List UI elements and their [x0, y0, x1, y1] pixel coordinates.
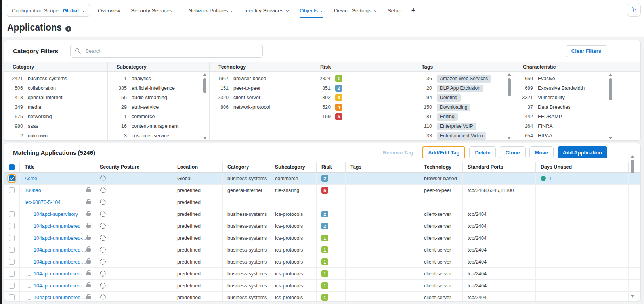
filter-item-artificial-intelligence[interactable]: 385artificial-intelligence — [108, 83, 209, 93]
filter-item-editing[interactable]: 81Editing — [413, 112, 514, 121]
filter-item-audio-streaming[interactable]: 55audio-streaming — [108, 93, 209, 102]
filter-scrollbar-characteristic-down-arrow[interactable] — [608, 137, 612, 139]
column-header-category[interactable]: Category — [223, 162, 270, 172]
filter-item-analytics[interactable]: 1analytics — [108, 74, 209, 83]
filter-item-entertainment-video[interactable]: 33Entertainment Video — [413, 131, 514, 140]
filter-item-media[interactable]: 349media — [4, 102, 107, 112]
column-header-subcategory[interactable]: Subcategory — [270, 162, 317, 172]
column-header-security-posture[interactable]: Security Posture — [95, 162, 172, 172]
column-header-tags[interactable]: Tags — [346, 162, 419, 172]
row-checkbox[interactable] — [9, 175, 15, 181]
table-row-104apci-unnumbered[interactable]: 104apci-unnumbered-...predefinedbusiness… — [4, 292, 640, 301]
select-all-checkbox[interactable] — [9, 164, 15, 170]
filter-item-content-management[interactable]: 16content-management — [108, 121, 209, 131]
filter-item-networking[interactable]: 575networking — [4, 112, 107, 121]
filter-item-business-systems[interactable]: 2421business-systems — [4, 74, 107, 83]
table-scrollbar-down-arrow[interactable] — [631, 295, 634, 298]
column-header-standard-ports[interactable]: Standard Ports — [463, 162, 536, 172]
row-checkbox[interactable] — [9, 283, 15, 289]
filter-scrollbar-tags-thumb[interactable] — [508, 78, 511, 96]
nav-item-setup[interactable]: Setup — [388, 4, 401, 16]
filter-item-amazon-web-services[interactable]: 36Amazon Web Services — [413, 74, 514, 83]
delete-button[interactable]: Delete — [469, 146, 496, 158]
table-row-104apci-unnumbered[interactable]: 104apci-unnumbered-...predefinedbusiness… — [4, 256, 640, 268]
app-title-link[interactable]: 104apci-unnumbered-... — [34, 247, 86, 253]
filter-item-data-breaches[interactable]: 37Data Breaches — [514, 102, 640, 112]
configuration-scope-selector[interactable]: Configuration Scope: Global — [7, 4, 90, 17]
table-row-100bao[interactable]: 100baopredefinedgeneral-internetfile-sha… — [4, 185, 640, 196]
table-row-104apci-unnumbered[interactable]: 104apci-unnumbered-...predefinedbusiness… — [4, 280, 640, 292]
filter-item-saas[interactable]: 980saas — [4, 121, 107, 131]
filter-item-client-server[interactable]: 2320client-server — [210, 93, 311, 102]
filter-scrollbar-characteristic[interactable] — [608, 73, 613, 139]
filter-item-general-internet[interactable]: 413general-internet — [4, 93, 107, 102]
filter-scrollbar-characteristic-thumb[interactable] — [609, 78, 612, 100]
row-checkbox[interactable] — [9, 235, 15, 241]
app-title-link[interactable]: 104apci-supervisory — [34, 212, 78, 217]
column-header-technology[interactable]: Technology — [419, 162, 463, 172]
filter-item-collaboration[interactable]: 506collaboration — [4, 83, 107, 93]
filter-scrollbar-subcategory-down-arrow[interactable] — [203, 137, 207, 139]
filter-item-customer-service[interactable]: 3customer-service — [108, 131, 209, 140]
nav-item-identity-services[interactable]: Identity Services — [244, 4, 289, 16]
filter-item-hipaa[interactable]: 654HIPAA — [514, 131, 640, 140]
filter-scrollbar-tags[interactable] — [506, 73, 512, 139]
filter-scrollbar-subcategory[interactable] — [202, 73, 207, 139]
table-row-iec-60870-5-104[interactable]: iec-60870-5-104predefined — [4, 196, 640, 208]
filter-item-enterprise-voip[interactable]: 110Enterprise VoIP — [413, 121, 514, 131]
table-row-104apci-unnumbered[interactable]: 104apci-unnumberedpredefinedbusiness-sys… — [4, 220, 640, 232]
filter-scrollbar-subcategory-thumb[interactable] — [203, 78, 206, 93]
filter-item-fedramp[interactable]: 442FEDRAMP — [514, 112, 640, 121]
filter-item-vulnerability[interactable]: 3321Vulnerability — [514, 93, 640, 102]
filter-item-downloading[interactable]: 150Downloading — [413, 102, 514, 112]
filter-item-4[interactable]: 5204 — [311, 102, 413, 112]
table-scrollbar-up-arrow[interactable] — [631, 155, 634, 158]
filter-item-1[interactable]: 23241 — [311, 74, 413, 83]
filter-item-browser-based[interactable]: 1967browser-based — [210, 74, 311, 83]
nav-item-overview[interactable]: Overview — [98, 4, 120, 16]
row-checkbox[interactable] — [9, 247, 15, 253]
filter-item-unknown[interactable]: 2unknown — [4, 131, 107, 140]
filter-item-3[interactable]: 13923 — [311, 93, 413, 102]
clear-filters-button[interactable]: Clear Filters — [566, 45, 607, 57]
info-icon[interactable]: i — [65, 26, 71, 32]
table-row-acme[interactable]: AcmeGlobalbusiness-systemscommerce2brows… — [4, 173, 640, 185]
row-checkbox[interactable] — [9, 223, 15, 229]
app-title-link[interactable]: 104apci-unnumbered-... — [34, 283, 86, 289]
column-header-location[interactable]: Location — [172, 162, 223, 172]
app-title-link[interactable]: 100bao — [25, 188, 41, 193]
clone-button[interactable]: Clone — [500, 146, 525, 158]
row-checkbox[interactable] — [9, 271, 15, 277]
add-application-button[interactable]: Add Application — [558, 146, 607, 158]
filter-item-2[interactable]: 8512 — [311, 83, 413, 93]
column-header-days-unused[interactable]: Days Unused — [536, 162, 629, 172]
app-title-link[interactable]: iec-60870-5-104 — [25, 200, 61, 205]
move-button[interactable]: Move — [529, 146, 554, 158]
app-title-link[interactable]: 104apci-unnumbered — [34, 223, 80, 229]
filter-item-excessive-bandwidth[interactable]: 689Excessive Bandwidth — [514, 83, 640, 93]
filter-scrollbar-subcategory-up-arrow[interactable] — [203, 73, 207, 76]
table-row-104apci-unnumbered[interactable]: 104apci-unnumbered-...predefinedbusiness… — [4, 244, 640, 256]
row-checkbox[interactable] — [9, 187, 15, 193]
column-header-risk[interactable]: Risk — [317, 162, 346, 172]
nav-item-security-services[interactable]: Security Services — [131, 4, 178, 16]
table-row-104apci-unnumbered[interactable]: 104apci-unnumbered-...predefinedbusiness… — [4, 268, 640, 280]
filter-item-network-protocol[interactable]: 806network-protocol — [210, 102, 311, 112]
nav-item-objects[interactable]: Objects — [300, 4, 323, 16]
app-title-link[interactable]: Acme — [25, 176, 37, 181]
filter-scrollbar-tags-down-arrow[interactable] — [507, 137, 511, 139]
filter-item-evasive[interactable]: 659Evasive — [514, 74, 640, 83]
filter-item-peer-to-peer[interactable]: 151peer-to-peer — [210, 83, 311, 93]
filter-item-dlp-app-exclusion[interactable]: 20DLP App Exclusion — [413, 83, 514, 93]
filter-item-commerce[interactable]: 1commerce — [108, 112, 209, 121]
app-title-link[interactable]: 104apci-unnumbered-... — [34, 271, 86, 277]
table-row-104apci-supervisory[interactable]: 104apci-supervisorypredefinedbusiness-sy… — [4, 208, 640, 220]
filter-item-5[interactable]: 1595 — [311, 112, 413, 121]
table-scrollbar-thumb[interactable] — [631, 160, 634, 173]
filter-scrollbar-tags-up-arrow[interactable] — [507, 73, 511, 76]
pin-button[interactable] — [410, 7, 416, 13]
remove-tag-button[interactable]: Remove Tag — [378, 146, 418, 158]
table-scrollbar[interactable] — [630, 155, 635, 298]
search-input[interactable] — [84, 48, 258, 54]
app-title-link[interactable]: 104apci-unnumbered-... — [34, 235, 86, 241]
